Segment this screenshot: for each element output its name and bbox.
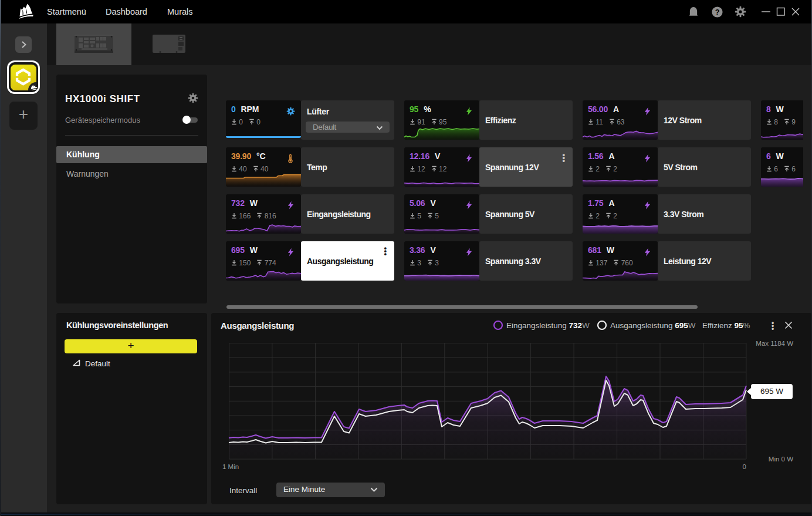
svg-text:?: ? [715,8,720,16]
